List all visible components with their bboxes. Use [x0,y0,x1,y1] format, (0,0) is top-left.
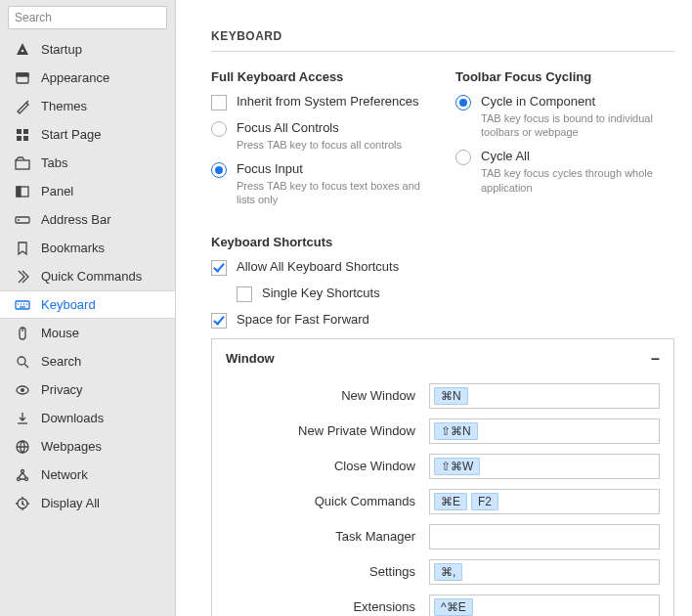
sidebar-item-label: Search [41,354,81,369]
sidebar-item-label: Quick Commands [41,269,142,284]
themes-icon [14,99,31,114]
svg-point-23 [21,388,24,392]
key-chip: ⇧⌘N [434,422,478,440]
svg-point-0 [21,49,24,53]
sidebar-item-webpages[interactable]: Webpages [0,432,175,461]
panel-title: Window [226,351,275,366]
webpages-icon [14,439,31,455]
appearance-icon [14,70,31,86]
shortcut-label: New Private Window [226,423,429,438]
radio-icon [455,150,471,165]
keyboard-shortcuts-section: Keyboard Shortcuts Allow All Keyboard Sh… [211,235,674,329]
sidebar-item-startup[interactable]: Startup [0,35,175,64]
sidebar-item-search[interactable]: Search [0,347,175,375]
key-chip: ⌘N [434,387,468,405]
sidebar-item-label: Panel [41,184,73,198]
privacy-icon [14,382,31,398]
shortcut-field[interactable]: ⌘EF2 [429,489,660,514]
shortcut-field[interactable]: ⌘N [429,383,660,409]
divider [211,51,674,52]
key-chip: F2 [471,493,498,510]
sidebar-item-downloads[interactable]: Downloads [0,404,175,432]
option-inherit-system[interactable]: Inherit from System Preferences [211,94,430,110]
svg-point-27 [25,477,28,480]
radio-icon [455,95,471,110]
svg-rect-12 [16,301,29,309]
sidebar-item-label: Network [41,467,88,482]
option-focus-input[interactable]: Focus Input Press TAB key to focus text … [211,161,430,206]
sidebar-item-tabs[interactable]: Tabs [0,149,175,177]
sidebar-item-label: Downloads [41,411,104,425]
collapse-icon: – [651,351,660,367]
sidebar-item-label: Display All [41,496,100,510]
shortcut-label: Settings [226,564,429,579]
sidebar-item-address-bar[interactable]: Address Bar [0,205,175,234]
option-focus-all-controls[interactable]: Focus All Controls Press TAB key to focu… [211,120,430,152]
svg-point-29 [22,503,23,505]
toolbar-focus-cycling-section: Toolbar Focus Cycling Cycle in Component… [455,69,674,217]
shortcut-field[interactable]: ⌘, [429,559,660,585]
sidebar-item-quick-commands[interactable]: Quick Commands [0,262,175,290]
sidebar-item-label: Startup [41,42,82,57]
option-label: Focus Input [237,161,430,178]
vivaldi-icon [14,42,31,58]
key-chip: ^⌘E [434,598,473,616]
shortcut-label: New Window [226,388,429,403]
option-space-fast-forward[interactable]: Space for Fast Forward [211,312,674,329]
sidebar-item-keyboard[interactable]: Keyboard [0,290,175,319]
shortcut-field[interactable] [429,524,660,550]
checkbox-icon [211,260,227,276]
radio-icon [211,121,227,137]
panel-header-window[interactable]: Window – [212,339,673,378]
shortcut-row: Close Window⇧⌘W [212,449,673,484]
svg-rect-5 [17,136,22,141]
option-cycle-all[interactable]: Cycle All TAB key focus cycles through w… [455,149,674,194]
svg-rect-9 [17,187,21,197]
sidebar-item-appearance[interactable]: Appearance [0,64,175,92]
option-desc: TAB key focus cycles through whole appli… [481,166,674,195]
option-allow-all-shortcuts[interactable]: Allow All Keyboard Shortcuts [211,259,674,276]
shortcut-field[interactable]: ⇧⌘N [429,418,660,444]
sidebar-item-display-all[interactable]: Display All [0,489,175,517]
sidebar-item-label: Keyboard [41,297,96,312]
shortcut-field[interactable]: ⇧⌘W [429,454,660,479]
option-label: Allow All Keyboard Shortcuts [237,259,399,276]
checkbox-icon [211,95,227,110]
tabs-icon [14,155,31,171]
panel-icon [14,184,31,199]
key-chip: ⇧⌘W [434,458,480,475]
search-input[interactable] [8,6,167,29]
shortcut-row: Task Manager [212,519,673,554]
sidebar-item-label: Address Bar [41,212,111,227]
option-single-key-shortcuts[interactable]: Single Key Shortcuts [237,286,674,302]
option-label: Space for Fast Forward [237,312,369,329]
sidebar-item-network[interactable]: Network [0,461,175,489]
svg-rect-3 [17,129,22,134]
section-heading-access: Full Keyboard Access [211,69,430,84]
sidebar-item-label: Start Page [41,127,101,142]
sidebar-item-privacy[interactable]: Privacy [0,375,175,404]
svg-rect-7 [16,160,29,169]
sidebar-item-label: Mouse [41,326,79,340]
shortcut-row: Quick Commands⌘EF2 [212,484,673,519]
displayall-icon [14,496,31,511]
sidebar-nav: StartupAppearanceThemesStart PageTabsPan… [0,35,175,616]
svg-point-26 [18,477,21,480]
key-chip: ⌘E [434,493,467,510]
sidebar-item-mouse[interactable]: Mouse [0,319,175,347]
sidebar-item-label: Bookmarks [41,241,105,255]
shortcut-field[interactable]: ^⌘E [429,594,660,616]
sidebar-item-start-page[interactable]: Start Page [0,120,175,149]
option-label: Inherit from System Preferences [237,94,418,110]
sidebar-item-bookmarks[interactable]: Bookmarks [0,234,175,262]
sidebar-item-label: Appearance [41,70,109,85]
shortcut-label: Quick Commands [226,494,429,508]
main-content: KEYBOARD Full Keyboard Access Inherit fr… [176,0,692,616]
shortcut-row: Extensions^⌘E [212,590,673,616]
sidebar: StartupAppearanceThemesStart PageTabsPan… [0,0,176,616]
sidebar-item-panel[interactable]: Panel [0,177,175,205]
shortcut-row: Settings⌘, [212,554,673,590]
sidebar-item-themes[interactable]: Themes [0,92,175,120]
option-cycle-component[interactable]: Cycle in Component TAB key focus is boun… [455,94,674,139]
section-heading-cycling: Toolbar Focus Cycling [455,69,674,84]
